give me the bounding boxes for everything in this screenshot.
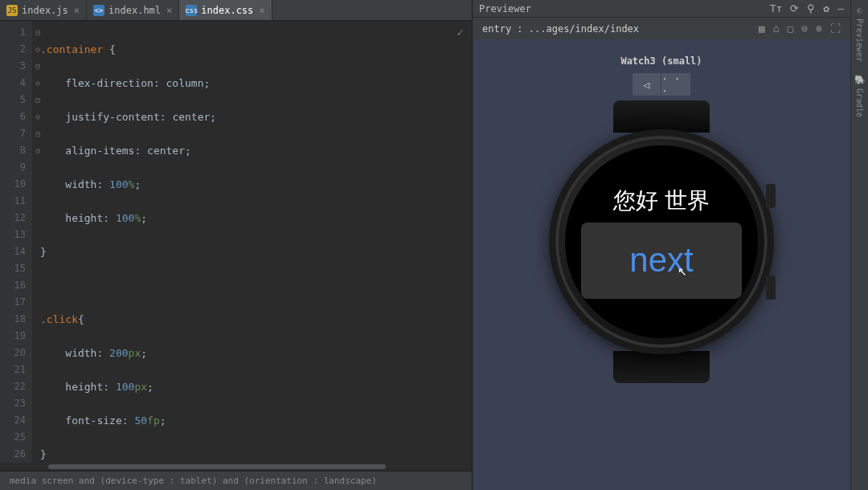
entry-path: entry : ...ages/index/index [482,23,639,35]
fullscreen-icon[interactable]: ⛶ [830,22,841,35]
close-icon[interactable]: × [259,5,264,16]
settings-icon[interactable]: ✿ [823,2,829,14]
grid-icon[interactable]: ▦ [759,22,765,35]
gradle-icon: 🐘 [854,75,866,85]
watch-case: 您好 世界 next ↖ [549,129,774,354]
app-title-text: 您好 世界 [613,186,710,216]
device-controls: ◁ · · · [633,73,690,96]
sidebar-previewer[interactable]: ◐ Previewer [855,5,864,62]
device-label: Watch3 (small) [620,55,702,67]
tab-index-css[interactable]: css index.css × [179,0,272,20]
horizontal-scrollbar[interactable] [40,463,472,471]
tab-label: index.hml [108,5,161,16]
hml-file-icon: <> [93,5,104,16]
previewer-header: Previewer Tт ⟳ ⚲ ✿ — [473,0,850,18]
watch-crown-bottom [766,276,776,300]
watch-band-bottom [613,351,710,383]
previewer-path-bar: entry : ...ages/index/index ▦ ⌂ ▢ ⊖ ⊕ ⛶ [473,18,850,39]
breadcrumb[interactable]: media screen and (device-type : tablet) … [0,471,472,490]
js-file-icon: JS [6,5,18,16]
refresh-icon[interactable]: ⟳ [790,2,799,14]
css-file-icon: css [186,5,197,16]
watch-screen[interactable]: 您好 世界 next ↖ [565,145,758,338]
watch-crown-top [766,184,776,208]
tab-index-hml[interactable]: <> index.hml × [87,0,179,20]
sidebar-gradle[interactable]: 🐘 Gradle [854,75,866,117]
preview-canvas: Watch3 (small) ◁ · · · 您好 世界 next ↖ [473,39,850,490]
line-gutter: 123 456 789 101112 131415 161718 192021 … [0,21,32,463]
code-content[interactable]: .container { flex-direction: column; jus… [32,21,472,463]
tab-index-js[interactable]: JS index.js × [0,0,87,20]
zoom-in-icon[interactable]: ⊕ [816,22,822,35]
code-editor[interactable]: ✓ 123 456 789 101112 131415 161718 19202… [0,21,472,463]
editor-pane: JS index.js × <> index.hml × css index.c… [0,0,473,490]
more-button[interactable]: · · · [661,73,690,96]
pin-icon[interactable]: ⚲ [807,2,815,14]
back-button[interactable]: ◁ [633,73,661,96]
previewer-pane: Previewer Tт ⟳ ⚲ ✿ — entry : ...ages/ind… [473,0,850,490]
tab-label: index.css [201,5,253,16]
watch-device: 您好 世界 next ↖ [545,105,778,378]
tab-label: index.js [22,5,68,16]
cursor-icon: ↖ [678,265,687,278]
next-button[interactable]: next ↖ [581,223,742,299]
right-toolbar: ◐ Previewer 🐘 Gradle [850,0,868,490]
zoom-out-icon[interactable]: ⊖ [801,22,808,35]
watch-band-top [613,100,710,133]
crop-icon[interactable]: ▢ [788,22,794,35]
font-size-icon[interactable]: Tт [770,2,783,14]
home-icon[interactable]: ⌂ [773,22,780,35]
tab-bar: JS index.js × <> index.hml × css index.c… [0,0,472,21]
close-icon[interactable]: × [74,5,80,16]
close-icon[interactable]: × [166,5,172,16]
previewer-title: Previewer [479,3,531,14]
eye-icon: ◐ [857,5,862,15]
minimize-icon[interactable]: — [837,2,844,14]
